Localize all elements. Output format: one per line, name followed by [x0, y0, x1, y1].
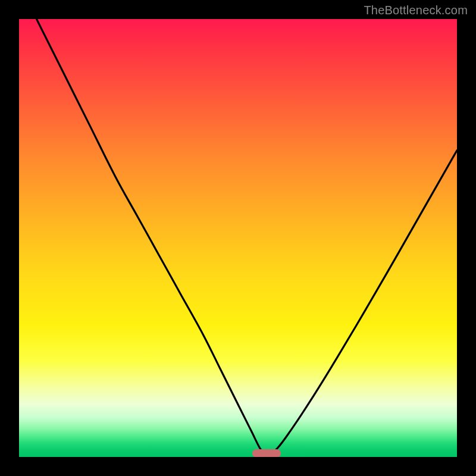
- chart-frame: TheBottleneck.com: [0, 0, 476, 476]
- bottleneck-curve: [19, 19, 457, 457]
- optimal-marker: [252, 449, 281, 457]
- plot-area: [19, 19, 457, 457]
- watermark-text: TheBottleneck.com: [364, 4, 468, 17]
